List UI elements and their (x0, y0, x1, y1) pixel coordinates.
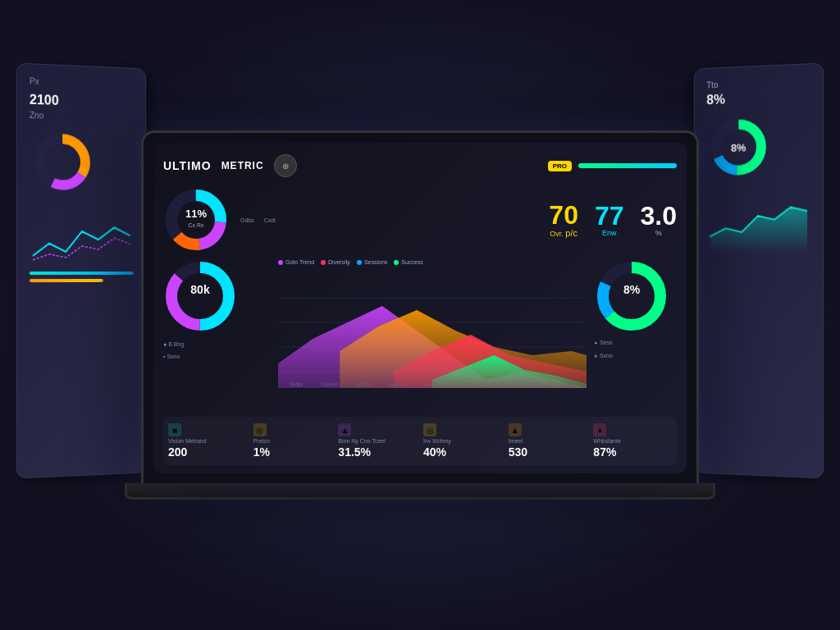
svg-text:8%: 8% (623, 283, 641, 296)
svg-text:Gass: Gass (525, 381, 540, 388)
metric-enw-value: 77 (595, 203, 624, 229)
side-left-orange-bar (30, 279, 103, 282)
svg-text:8%: 8% (731, 141, 746, 154)
donut-left-2: 80k (163, 259, 237, 333)
legend-3-label: Sessions (364, 259, 387, 265)
metric-ovr: 70 Ovr. p/c (549, 202, 578, 238)
stat-binn-value: 31.5% (338, 445, 371, 459)
header-progress-bar (578, 163, 677, 168)
legend-3-dot (357, 260, 362, 265)
stat-vision: ■ Vision Metrand 200 (168, 423, 247, 459)
stat-imeet: ▲ Imeet 530 (509, 423, 587, 459)
big-metrics: 70 Ovr. p/c 77 Enw (549, 202, 677, 238)
legend-1-dot (278, 260, 283, 265)
legend-2-label: Diversity (328, 259, 350, 265)
dashboard-subtitle: METRIC (221, 160, 264, 171)
svg-text:Sxno: Sxno (355, 381, 369, 388)
stat-inv-label: Inv Mchmy (423, 438, 451, 444)
stat-whb-value: 87% (593, 445, 616, 459)
stat-vision-icon: ■ (168, 423, 181, 436)
laptop: ULTIMO METRIC ⊕ PRO (141, 130, 699, 500)
center-column: Goto Trend Diversity Sessions (278, 259, 587, 410)
stat-vision-value: 200 (168, 445, 187, 459)
metrics-labels: Gdbs Cxdi (237, 217, 541, 223)
donut-right: 8% (595, 259, 669, 333)
left-col-label2: ▪ Sxno (163, 354, 270, 359)
side-left-chart (30, 214, 134, 264)
svg-text:80k: 80k (190, 283, 210, 296)
right-col-label2: ▸ Sxno (595, 353, 677, 359)
legend-3: Sessions (357, 259, 387, 265)
metric-ovr-label: Ovr. p/c (549, 228, 578, 238)
dashboard: ULTIMO METRIC ⊕ PRO (153, 143, 687, 473)
metric-label-1: Gdbs (240, 217, 254, 223)
stat-pretcn: ◎ Pretcn 1% (253, 423, 332, 459)
svg-text:11%: 11% (185, 208, 207, 220)
svg-text:Inx: Inx (562, 381, 570, 388)
svg-text:July: July (425, 381, 436, 388)
legend-4-dot (394, 260, 399, 265)
left-side-panel: Px 2100 Zno (16, 62, 146, 478)
svg-text:Svrs: Svrs (390, 381, 402, 388)
chart-legend: Goto Trend Diversity Sessions (278, 259, 587, 265)
header-avatar[interactable]: ⊕ (274, 154, 297, 177)
metric-ovr-value: 70 (549, 202, 578, 228)
side-right-chart (706, 190, 810, 257)
legend-4: Success (394, 259, 422, 265)
stat-imeet-value: 530 (509, 445, 527, 459)
stat-binn-icon: ▲ (338, 423, 351, 436)
legend-4-label: Success (401, 259, 422, 265)
laptop-screen: ULTIMO METRIC ⊕ PRO (141, 130, 699, 483)
side-right-donut: 8% (706, 112, 810, 184)
side-right-label: Tto (706, 76, 810, 89)
metric-pct: 3.0 % (641, 203, 677, 237)
stat-binn-label: Binn Ny Cno Tceel (338, 438, 385, 444)
donut-left-1: 11% Cx Rx (163, 187, 229, 253)
main-content: 80k ● B Bng ▪ Sxno Goto Trend (163, 259, 677, 410)
svg-text:Yanla: Yanla (491, 381, 506, 388)
svg-text:Fxno: Fxno (457, 381, 471, 388)
metric-pct-value: 3.0 (641, 203, 677, 229)
dashboard-title: ULTIMO (163, 159, 212, 172)
stat-whb: ♦ Whbstante 87% (593, 423, 672, 459)
legend-2: Diversity (321, 259, 350, 265)
stat-imeet-label: Imeet (509, 438, 523, 444)
dashboard-header: ULTIMO METRIC ⊕ PRO (163, 151, 677, 180)
stat-binn: ▲ Binn Ny Cno Tceel 31.5% (338, 423, 417, 459)
legend-2-dot (321, 260, 326, 265)
scene: Px 2100 Zno Tto 8% (0, 0, 840, 630)
side-left-label2: Zno (30, 111, 134, 123)
side-left-label1: Px (30, 76, 134, 89)
stat-inv-value: 40% (423, 445, 446, 459)
side-left-teal-bar (30, 272, 134, 275)
right-col-label1: ▸ Slrss (595, 340, 677, 346)
metric-enw: 77 Enw (595, 203, 624, 237)
bottom-stats-bar: ■ Vision Metrand 200 ◎ Pretcn 1% ▲ Binn … (163, 417, 677, 465)
area-chart-container: Goto Convo Sxno Svrs July Fxno Yanla Gas… (278, 273, 587, 410)
laptop-base (125, 483, 715, 500)
side-right-value: 8% (706, 89, 810, 108)
stat-whb-icon: ♦ (593, 423, 606, 436)
stat-whb-label: Whbstante (593, 438, 620, 444)
stat-pretcn-label: Pretcn (253, 438, 270, 444)
right-column: 8% ▸ Slrss ▸ Sxno (595, 259, 677, 410)
stat-pretcn-value: 1% (253, 445, 270, 459)
stat-imeet-icon: ▲ (509, 423, 522, 436)
top-metrics-row: 11% Cx Rx Gdbs Cxdi 70 (163, 187, 677, 253)
stat-inv-icon: ◎ (423, 423, 436, 436)
header-badge: PRO (548, 161, 572, 171)
svg-text:Convo: Convo (321, 381, 339, 388)
area-chart: Goto Convo Sxno Svrs July Fxno Yanla Gas… (278, 273, 587, 388)
legend-1-label: Goto Trend (285, 259, 314, 265)
metric-label-2: Cxdi (264, 217, 276, 223)
stat-vision-label: Vision Metrand (168, 438, 207, 444)
left-col-label1: ● B Bng (163, 341, 270, 347)
side-left-donut (30, 128, 134, 199)
stat-inv: ◎ Inv Mchmy 40% (423, 423, 502, 459)
stat-pretcn-icon: ◎ (253, 423, 267, 436)
left-column: 80k ● B Bng ▪ Sxno (163, 259, 270, 410)
svg-text:Cx Rx: Cx Rx (188, 222, 204, 228)
legend-1: Goto Trend (278, 259, 314, 265)
right-side-panel: Tto 8% 8% (694, 62, 824, 478)
svg-text:Goto: Goto (290, 381, 303, 388)
